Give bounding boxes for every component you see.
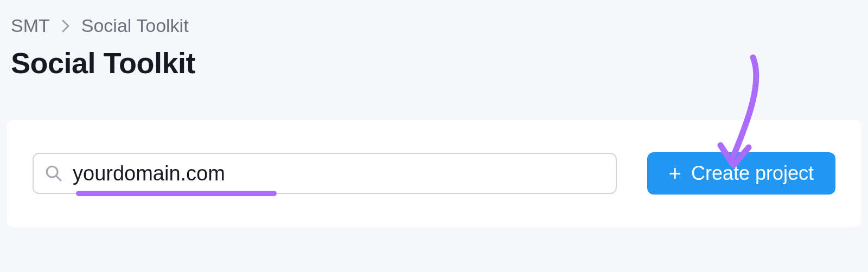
breadcrumb: SMT Social Toolkit	[0, 0, 868, 36]
annotation-underline	[76, 191, 277, 196]
breadcrumb-item-smt[interactable]: SMT	[11, 15, 50, 36]
plus-icon: +	[669, 163, 681, 184]
domain-input[interactable]	[73, 162, 605, 185]
chevron-right-icon	[61, 18, 71, 34]
main-card: + Create project	[7, 120, 861, 227]
create-project-label: Create project	[691, 162, 814, 185]
breadcrumb-item-social-toolkit[interactable]: Social Toolkit	[81, 15, 189, 36]
search-field-wrap[interactable]	[33, 153, 617, 194]
search-icon	[44, 164, 63, 183]
page-title: Social Toolkit	[0, 36, 868, 80]
create-project-button[interactable]: + Create project	[647, 152, 835, 195]
svg-line-1	[56, 176, 61, 180]
